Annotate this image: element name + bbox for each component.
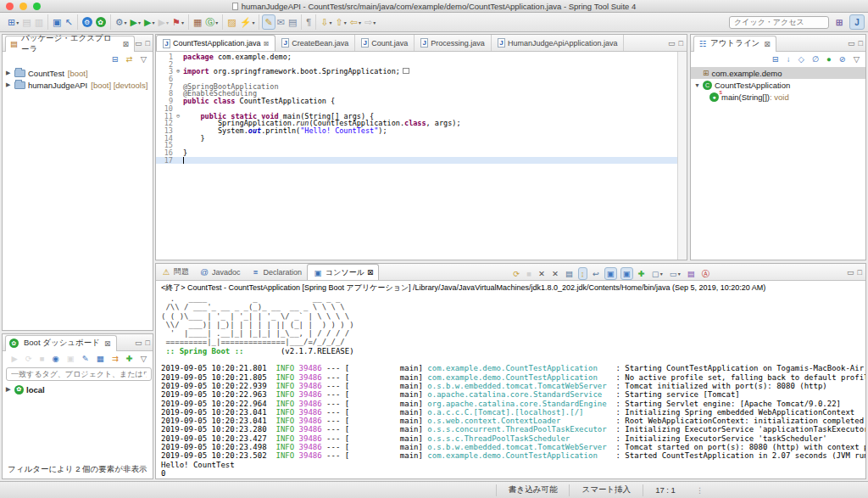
project-item-humanjudgeapi[interactable]: ▶ humanJudgeAPI [boot] [devtools] — [3, 79, 153, 91]
boot-devtools-icon[interactable]: ⚙ — [81, 14, 94, 30]
outline-item-class[interactable]: ▼ C CountTestApplication — [691, 79, 865, 91]
dropdown-arrow-icon[interactable]: ▾ — [166, 20, 169, 25]
tab-outline[interactable]: ☷ アウトライン ⊠ — [693, 36, 776, 52]
edit-config-icon[interactable]: ✎ — [81, 353, 91, 365]
java-perspective-icon[interactable]: J — [849, 14, 865, 30]
dropdown-arrow-icon[interactable]: ▾ — [215, 20, 218, 25]
project-item-counttest[interactable]: ▶ CountTest [boot] — [3, 67, 153, 79]
editor-tab-counttestapplication-java[interactable]: JCountTestApplication.java⊠ — [156, 35, 275, 51]
expander-icon[interactable]: ▶ — [6, 70, 14, 76]
remove-launch-icon[interactable]: ✕ — [537, 267, 547, 280]
code-line-3[interactable]: 3⊕import org.springframework.boot.Spring… — [156, 68, 677, 76]
view-menu-icon[interactable]: ▽ — [139, 353, 148, 365]
clear-console-icon[interactable]: ▤ — [564, 267, 575, 280]
run-history-icon[interactable]: ⚑▾ — [170, 14, 186, 30]
maximize-view-icon[interactable]: □ — [859, 39, 863, 48]
dropdown-arrow-icon[interactable]: ▾ — [125, 20, 127, 25]
hide-static-members-icon[interactable]: ∅ — [810, 53, 821, 65]
console-output[interactable]: <終了> CountTest - CountTestApplication [S… — [156, 281, 865, 478]
scroll-lock-icon[interactable]: ↨ — [578, 267, 587, 280]
outline-item-package[interactable]: ⊞ com.example.demo — [691, 67, 865, 79]
dropdown-arrow-icon[interactable]: ▾ — [181, 20, 184, 25]
open-console-icon[interactable]: ▣ — [65, 353, 76, 365]
editor-tab-humanjudgeapiapplication-java[interactable]: JHumanJudgeApiApplication.java — [492, 35, 625, 51]
link-with-editor-icon[interactable]: ⇄ — [125, 53, 135, 65]
dropdown-arrow-icon[interactable]: ▾ — [678, 271, 681, 277]
maximize-view-icon[interactable]: □ — [146, 39, 150, 48]
stop-icon[interactable]: ■ — [38, 353, 47, 365]
display-console-icon[interactable]: ▢▾ — [650, 267, 665, 280]
update-project-icon[interactable]: Ⓖ▾ — [203, 14, 220, 30]
close-tab-icon[interactable]: ⊠ — [367, 268, 374, 277]
code-line-16[interactable]: 16} — [156, 149, 677, 157]
close-view-icon[interactable]: ⊠ — [764, 40, 771, 48]
start-icon[interactable]: ▶ — [9, 353, 19, 365]
folded-region-icon[interactable] — [403, 68, 409, 74]
close-view-icon[interactable]: ⊠ — [104, 339, 111, 348]
boot-filter-input[interactable] — [6, 367, 152, 381]
code-line-15[interactable]: 15 — [156, 142, 677, 149]
view-menu-icon[interactable]: ▽ — [139, 53, 148, 65]
console-view-tab-javadoc[interactable]: @Javadoc — [194, 264, 246, 280]
debug-icon[interactable]: ▶▾ — [129, 14, 142, 30]
back-history-icon[interactable]: ⇦▾ — [348, 14, 363, 30]
externalize-strings-icon[interactable]: ✉ — [275, 14, 287, 30]
editor-tab-createbean-java[interactable]: JCreateBean.java — [275, 35, 355, 51]
terminate-icon[interactable]: ■ — [525, 267, 533, 280]
close-tab-icon[interactable]: ⊠ — [264, 40, 270, 48]
new-console-view-icon[interactable]: ▭▾ — [668, 267, 682, 280]
maximize-view-icon[interactable]: □ — [146, 339, 150, 347]
dropdown-arrow-icon[interactable]: ▾ — [16, 20, 19, 25]
save-icon[interactable]: ▤ — [20, 14, 32, 30]
ansi-console-icon[interactable]: Ⓐ — [700, 267, 712, 280]
dropdown-arrow-icon[interactable]: ▾ — [329, 20, 331, 25]
new-java-project-icon[interactable]: ▦ — [192, 14, 203, 30]
code-line-17[interactable]: 17 — [156, 157, 677, 165]
pin-console-icon[interactable]: ▣ — [604, 267, 617, 280]
console-view-tab-問題[interactable]: ⚠問題 — [156, 264, 194, 280]
hide-non-public-icon[interactable]: ● — [825, 53, 833, 65]
tab-package-explorer[interactable]: ▤ パッケージ・エクスプローラ ⊠ — [5, 36, 135, 52]
outline-item-main-method[interactable]: ●s main(String[]) : void — [691, 91, 865, 103]
open-type-icon[interactable]: ▨ — [225, 14, 237, 30]
code-line-9[interactable]: 9public class CountTestApplication { — [156, 98, 677, 105]
console-view-tab-declaration[interactable]: ≡Declaration — [246, 264, 308, 280]
sort-icon[interactable]: ↓ — [785, 53, 793, 65]
mark-occurrences-icon[interactable]: ✎ — [262, 14, 275, 30]
editor-tab-count-java[interactable]: JCount.java — [355, 35, 415, 51]
properties-icon[interactable]: ▦ — [95, 353, 106, 365]
run-icon[interactable]: ▶▾ — [142, 14, 156, 30]
open-console-icon[interactable]: ▣ — [51, 14, 63, 30]
open-perspective-icon[interactable]: ⊞ — [832, 14, 847, 30]
maximize-view-icon[interactable]: □ — [679, 39, 683, 48]
forward-history-icon[interactable]: ⇨▾ — [363, 14, 377, 30]
dropdown-arrow-icon[interactable]: ▾ — [359, 20, 361, 25]
word-wrap-icon[interactable]: ↩ — [591, 267, 601, 280]
maximize-view-icon[interactable]: □ — [858, 268, 862, 277]
next-annotation-icon[interactable]: ⇩▾ — [319, 14, 333, 30]
fold-collapse-icon[interactable]: ⊖ — [173, 113, 183, 120]
minimize-view-icon[interactable]: ▭ — [848, 39, 855, 48]
view-menu-icon[interactable]: ▽ — [852, 53, 861, 65]
expander-icon[interactable]: ▼ — [694, 82, 703, 88]
new-wizard-icon[interactable]: ⊞▾ — [6, 14, 20, 30]
dropdown-arrow-icon[interactable]: ▾ — [373, 20, 376, 25]
minimize-view-icon[interactable]: ▭ — [135, 339, 142, 347]
console-view-tab-コンソール[interactable]: ▣コンソール⊠ — [307, 264, 379, 280]
skip-breakpoints-icon[interactable]: ⚙▾ — [114, 14, 129, 30]
close-view-icon[interactable]: ⊠ — [123, 40, 130, 48]
previous-annotation-icon[interactable]: ⇧▾ — [333, 14, 348, 30]
tags-icon[interactable]: ⇉ — [110, 353, 120, 365]
code-line-14[interactable]: 14 } — [156, 135, 677, 143]
quick-access-input[interactable] — [729, 16, 829, 29]
relaunch-icon[interactable]: ⟳ — [511, 267, 521, 280]
dropdown-arrow-icon[interactable]: ▾ — [660, 271, 663, 277]
open-console-icon[interactable]: ✚ — [637, 267, 647, 280]
collapse-all-icon[interactable]: ⊟ — [110, 53, 120, 65]
profile-icon[interactable]: ▶▾ — [157, 14, 170, 30]
save-all-icon[interactable]: ▥ — [33, 14, 45, 30]
boot-target-local[interactable]: ▶ ✿ local — [3, 383, 153, 395]
remove-all-launches-icon[interactable]: ✕ — [550, 267, 560, 280]
expander-icon[interactable]: ▶ — [6, 386, 14, 393]
editor-tab-processing-java[interactable]: JProcessing.java — [415, 35, 492, 51]
